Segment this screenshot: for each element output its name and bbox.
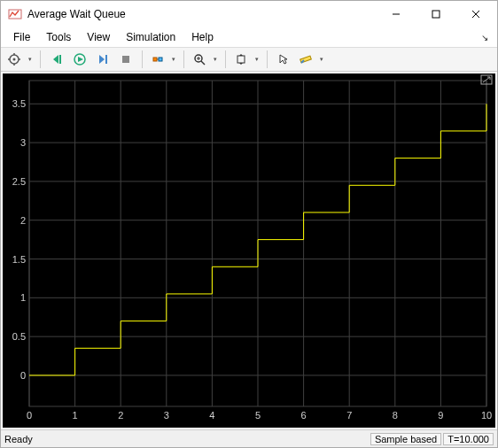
config-button[interactable]	[4, 49, 35, 70]
svg-text:3.5: 3.5	[12, 98, 26, 109]
status-mode: Sample based	[370, 433, 441, 445]
scope-plot[interactable]: 01234567891000.511.522.533.5	[3, 73, 495, 428]
stop-button[interactable]	[115, 49, 136, 70]
cursor-button[interactable]	[273, 49, 294, 70]
svg-text:4: 4	[209, 410, 214, 421]
svg-rect-25	[237, 56, 245, 63]
status-ready: Ready	[4, 434, 369, 444]
svg-text:3: 3	[20, 137, 26, 148]
svg-rect-19	[159, 58, 162, 61]
svg-text:5: 5	[255, 410, 261, 421]
svg-marker-14	[78, 57, 83, 62]
maximize-button[interactable]	[416, 1, 455, 27]
svg-text:10: 10	[481, 410, 492, 421]
step-back-button[interactable]	[46, 49, 67, 70]
statusbar: Ready Sample based T=10.000	[1, 429, 497, 447]
svg-text:2.5: 2.5	[12, 176, 26, 187]
svg-rect-17	[122, 56, 129, 63]
svg-text:2: 2	[20, 215, 26, 226]
step-fwd-button[interactable]	[92, 49, 113, 70]
measure-button[interactable]	[296, 49, 326, 70]
separator	[142, 50, 143, 68]
dock-icon[interactable]: ↘	[481, 33, 492, 42]
menu-file[interactable]: File	[6, 29, 37, 45]
svg-text:3: 3	[164, 410, 169, 421]
menu-view[interactable]: View	[80, 29, 117, 45]
svg-text:7: 7	[346, 410, 352, 421]
svg-rect-2	[432, 11, 440, 18]
menu-simulation[interactable]: Simulation	[119, 29, 183, 45]
svg-text:9: 9	[438, 410, 443, 421]
separator	[225, 50, 226, 68]
window-title: Average Wait Queue	[27, 8, 376, 20]
zoom-button[interactable]	[190, 49, 220, 70]
svg-point-6	[13, 58, 16, 61]
menu-tools[interactable]: Tools	[39, 29, 78, 45]
highlight-button[interactable]	[148, 49, 178, 70]
close-button[interactable]	[455, 1, 495, 27]
separator	[183, 50, 184, 68]
separator	[40, 50, 41, 68]
autoscale-button[interactable]	[231, 49, 261, 70]
svg-marker-15	[99, 55, 105, 64]
status-time: T=10.000	[443, 433, 494, 445]
menubar: File Tools View Simulation Help ↘	[1, 27, 497, 47]
svg-text:6: 6	[301, 410, 307, 421]
svg-marker-11	[53, 55, 58, 64]
svg-text:1: 1	[20, 292, 26, 303]
svg-text:2: 2	[118, 410, 123, 421]
svg-text:0: 0	[20, 370, 26, 381]
run-button[interactable]	[69, 49, 90, 70]
svg-text:1.5: 1.5	[12, 254, 26, 265]
app-window: Average Wait Queue File Tools View Simul…	[0, 0, 498, 448]
app-icon	[8, 7, 22, 21]
separator	[267, 50, 268, 68]
svg-text:8: 8	[393, 410, 398, 421]
toolbar	[1, 47, 497, 72]
svg-text:1: 1	[73, 410, 78, 421]
minimize-button[interactable]	[376, 1, 416, 27]
menu-help[interactable]: Help	[184, 29, 221, 45]
svg-text:0: 0	[27, 410, 32, 421]
svg-line-22	[201, 61, 205, 65]
titlebar: Average Wait Queue	[1, 1, 497, 27]
plot-canvas: 01234567891000.511.522.533.5	[3, 73, 495, 428]
svg-rect-18	[153, 58, 157, 61]
svg-text:0.5: 0.5	[12, 331, 26, 342]
